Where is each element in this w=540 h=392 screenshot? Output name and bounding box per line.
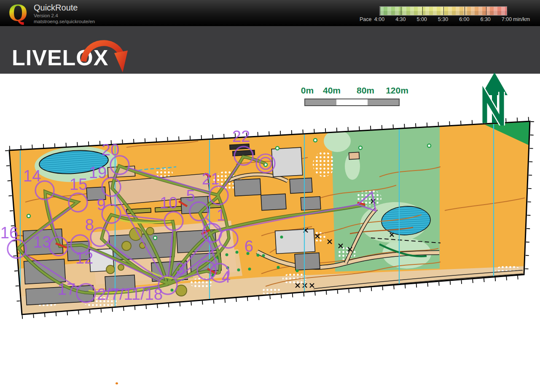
- scale-label: 80m: [357, 85, 374, 96]
- control-number: 20: [102, 141, 119, 159]
- pace-tick-label: 6:00: [455, 16, 473, 22]
- app-url[interactable]: matstroeng.se/quickroute/en: [34, 19, 95, 24]
- pace-tick: [422, 7, 423, 15]
- pace-tick: [443, 7, 444, 15]
- stray-route-dot: [116, 382, 118, 384]
- scale-label: 40m: [323, 85, 341, 96]
- scale-seg-2: [336, 99, 368, 105]
- pace-legend: Pace min/km 4:004:305:005:306:006:307:00: [356, 0, 540, 26]
- control-number: 14: [23, 167, 41, 185]
- app-title: QuickRoute: [34, 3, 78, 13]
- livelox-banner: LIVELOX: [0, 26, 540, 74]
- scale-label: 120m: [386, 85, 408, 96]
- control-number: 4: [221, 268, 230, 286]
- pace-tick-label: 5:00: [413, 16, 431, 22]
- title-bar: Q QuickRoute Version 2.4 matstroeng.se/q…: [0, 0, 540, 26]
- course-leg-line: [253, 159, 256, 160]
- control-number: 5: [186, 187, 195, 205]
- control-number: 1: [216, 206, 225, 224]
- control-number: 15: [70, 176, 87, 193]
- control-number: 21: [202, 170, 220, 188]
- livelox-logo[interactable]: LIVELOX: [0, 26, 139, 74]
- control-number: 10: [160, 194, 177, 212]
- control-number: 6: [244, 237, 253, 255]
- scale-label: 0m: [301, 85, 314, 96]
- map-area: 12/7/11/183456891012131415161719202122 0…: [0, 74, 540, 392]
- scale-seg-1: [305, 99, 336, 105]
- control-number: 16: [0, 224, 18, 242]
- pace-gradient-bar: [379, 6, 507, 16]
- control-number: 9: [97, 196, 105, 213]
- control-number: 17: [58, 280, 75, 298]
- pace-tick-label: 4:30: [391, 16, 410, 22]
- control-number: 8: [85, 216, 94, 234]
- control-number: 22: [232, 128, 250, 145]
- scale-seg-3: [368, 99, 399, 105]
- livelox-wordmark: LIVELOX: [12, 45, 108, 70]
- control-number: 2/7/11/18: [97, 285, 163, 303]
- livelox-arrowhead-icon: [114, 51, 128, 72]
- pace-tick: [465, 7, 465, 15]
- pace-tick: [401, 7, 401, 15]
- q-letter: Q: [8, 1, 27, 26]
- quickroute-logo-icon: Q: [7, 1, 33, 26]
- pace-tick-label: 4:00: [370, 16, 389, 22]
- control-number: 3: [176, 260, 185, 277]
- pace-tick: [486, 7, 486, 15]
- pace-tick-label: 6:30: [476, 16, 495, 22]
- scale-bar-segments: [304, 99, 400, 106]
- map-canvas[interactable]: 12/7/11/183456891012131415161719202122: [0, 74, 540, 392]
- pace-tick: [380, 7, 380, 15]
- pace-tick-label: 5:30: [434, 16, 452, 22]
- scale-bar: 0m40m80m120m: [297, 85, 411, 110]
- control-number: 13: [33, 233, 51, 251]
- app-version: Version 2.4: [34, 13, 58, 18]
- pace-tick-label: 7:00: [497, 16, 516, 22]
- control-number: 19: [89, 164, 107, 181]
- north-arrow-icon: [480, 71, 511, 125]
- control-number: 12: [75, 249, 93, 267]
- quickroute-window: Q QuickRoute Version 2.4 matstroeng.se/q…: [0, 0, 540, 392]
- pace-tick: [507, 7, 508, 15]
